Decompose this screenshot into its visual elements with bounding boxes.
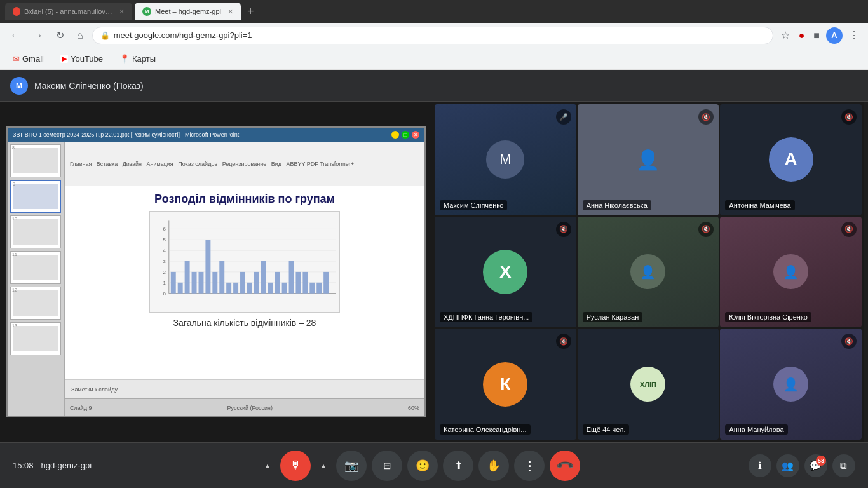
meet-bottombar: 15:08 hgd-gemz-gpi ▲ 🎙 ▲ 📷 ⊟ 🙂 ⬆ ✋ ⋮ 📞 ℹ… — [0, 442, 868, 488]
ppt-window: ЗВТ ВПО 1 семестр 2024-2025 н.р 22.01.pp… — [6, 126, 426, 417]
ppt-slide-num: Слайд 9 — [70, 405, 92, 411]
ppt-notes[interactable]: Заметки к слайду — [65, 379, 424, 398]
present-button[interactable]: ⬆ — [443, 451, 473, 481]
svg-text:1: 1 — [163, 280, 166, 286]
bookmark-gmail-label: Gmail — [22, 54, 44, 64]
svg-rect-19 — [198, 272, 203, 294]
presenter-avatar: М — [10, 77, 28, 95]
ppt-thumb-10[interactable]: 10 — [10, 215, 61, 248]
tab-meet[interactable]: M Meet – hgd-gemz-gpi ✕ — [135, 3, 241, 20]
bookmark-youtube-label: YouTube — [71, 54, 103, 64]
raise-hand-button[interactable]: ✋ — [478, 451, 509, 481]
participant-more: ХЛІП Ещё 44 чел. — [578, 329, 719, 440]
forward-button[interactable]: → — [29, 27, 47, 44]
tab-gmail[interactable]: Вхідні (5) - anna.manuilova12©... ✕ — [5, 3, 132, 20]
slide-title: Розподіл відмінників по групам — [154, 193, 335, 206]
svg-rect-25 — [240, 272, 245, 294]
bookmark-youtube[interactable]: ▶ YouTube — [57, 53, 107, 65]
browser-chrome: Вхідні (5) - anna.manuilova12©... ✕ M Me… — [0, 0, 868, 70]
tab-meet-label: Meet – hgd-gemz-gpi — [155, 8, 221, 15]
bookmark-maps[interactable]: 📍 Карты — [116, 53, 159, 65]
participant-kateryna: К 🔇 Катерина Олександрівн... — [435, 329, 576, 440]
ppt-thumb-8[interactable]: 8 — [10, 144, 61, 177]
tab-gmail-label: Вхідні (5) - anna.manuilova12©... — [24, 8, 112, 15]
svg-rect-21 — [212, 272, 217, 294]
ppt-minimize-button[interactable]: ─ — [391, 131, 399, 139]
ppt-thumb-12[interactable]: 12 — [10, 287, 61, 320]
ppt-titlebar: ЗВТ ВПО 1 семестр 2024-2025 н.р 22.01.pp… — [8, 128, 424, 142]
hdppfk-mute-icon: 🔇 — [556, 222, 571, 237]
nav-bar: ← → ↻ ⌂ 🔒 meet.google.com/hgd-gemz-gpi?p… — [0, 23, 868, 48]
end-call-button[interactable]: 📞 — [543, 444, 587, 487]
profile-avatar[interactable]: A — [826, 27, 843, 44]
ppt-main-slide: Главная Вставка Дизайн Анимация Показ сл… — [65, 142, 424, 416]
ppt-close-button[interactable]: ✕ — [412, 131, 419, 139]
ruslan-name-badge: Руслан Караван — [583, 312, 643, 322]
svg-rect-34 — [302, 272, 308, 294]
gmail-icon: ✉ — [13, 54, 20, 64]
anna-m-video-bg: 👤 — [720, 329, 862, 440]
home-button[interactable]: ⌂ — [73, 27, 87, 44]
ppt-thumb-11[interactable]: 11 — [10, 251, 61, 284]
ppt-thumb-9[interactable]: 9 — [10, 180, 61, 213]
arrow-up-video-button[interactable]: ▲ — [316, 458, 331, 473]
svg-text:3: 3 — [163, 259, 166, 264]
svg-rect-16 — [178, 283, 183, 294]
bookmark-gmail[interactable]: ✉ Gmail — [9, 53, 48, 65]
svg-rect-31 — [282, 283, 287, 294]
antonina-name-badge: Антоніна Мамічева — [725, 200, 794, 210]
bookmark-maps-label: Карты — [132, 54, 156, 64]
participant-maksym: М 🎤 Максим Сліпченко — [435, 104, 576, 215]
address-bar[interactable]: 🔒 meet.google.com/hgd-gemz-gpi?pli=1 — [92, 27, 773, 44]
tab-meet-close[interactable]: ✕ — [227, 8, 233, 16]
activities-button[interactable]: ⧉ — [832, 454, 855, 477]
menu-button[interactable]: ⋮ — [846, 27, 862, 44]
meet-app: М Максим Сліпченко (Показ) ЗВТ ВПО 1 сем… — [0, 70, 868, 488]
svg-rect-15 — [171, 272, 176, 294]
ruslan-mute-icon: 🔇 — [698, 222, 714, 237]
captions-button[interactable]: ⊟ — [372, 451, 402, 481]
ppt-maximize-button[interactable]: □ — [402, 131, 409, 139]
arrow-up-audio-button[interactable]: ▲ — [260, 458, 275, 473]
yulia-mute-icon: 🔇 — [841, 222, 857, 237]
extensions-button[interactable]: ■ — [811, 27, 822, 44]
people-button[interactable]: 👥 — [776, 454, 799, 477]
anna-m-name-badge: Анна Мануйлова — [725, 424, 787, 435]
bookmark-button[interactable]: ☆ — [778, 27, 792, 44]
camera-button[interactable]: 📷 — [336, 451, 367, 481]
ppt-title-buttons: ─ □ ✕ — [391, 131, 419, 139]
chat-button[interactable]: 💬 53 — [804, 454, 827, 477]
participant-yulia: 👤 🔇 Юлія Вікторівна Сіренко — [720, 217, 862, 328]
more-options-button[interactable]: ⋮ — [514, 451, 545, 481]
ppt-thumbnail-sidebar: 8 9 10 11 — [8, 142, 65, 416]
svg-rect-36 — [316, 283, 322, 294]
ruslan-video-bg: 👤 — [578, 217, 719, 328]
svg-text:2: 2 — [163, 269, 166, 275]
tab-gmail-close[interactable]: ✕ — [119, 8, 125, 16]
bottombar-left: 15:08 hgd-gemz-gpi — [13, 461, 92, 470]
bottombar-center: ▲ 🎙 ▲ 📷 ⊟ 🙂 ⬆ ✋ ⋮ 📞 — [260, 451, 580, 481]
new-tab-button[interactable]: + — [243, 5, 258, 18]
meet-main: ЗВТ ВПО 1 семестр 2024-2025 н.р 22.01.pp… — [0, 102, 868, 442]
chat-badge: 53 — [816, 456, 826, 466]
participants-grid: М 🎤 Максим Сліпченко 👤 🔇 Анна Ніколаєвсь… — [432, 102, 864, 442]
svg-rect-18 — [192, 272, 197, 294]
ppt-status-bar: Слайд 9 Русский (Россия) 60% — [65, 398, 424, 416]
nav-right: ☆ ● ■ A ⋮ — [778, 27, 862, 44]
maps-icon: 📍 — [119, 54, 130, 64]
yulia-video-bg: 👤 — [720, 217, 862, 328]
ppt-thumb-13[interactable]: 13 — [10, 322, 61, 355]
ppt-zoom: 60% — [408, 405, 419, 411]
mute-button[interactable]: 🎙 — [280, 451, 311, 481]
info-button[interactable]: ℹ — [749, 454, 771, 477]
back-button[interactable]: ← — [6, 27, 24, 44]
svg-rect-37 — [323, 272, 329, 294]
opera-button[interactable]: ● — [796, 27, 808, 44]
reload-button[interactable]: ↻ — [52, 27, 68, 44]
participant-hdppfk: Х 🔇 ХДППФК Ганна Геронівн... — [435, 217, 576, 328]
emoji-button[interactable]: 🙂 — [407, 451, 438, 481]
meeting-id: hgd-gemz-gpi — [41, 461, 92, 470]
ppt-language: Русский (Россия) — [227, 405, 273, 411]
youtube-icon: ▶ — [60, 55, 68, 63]
ppt-slide-content: Розподіл відмінників по групам — [65, 186, 424, 379]
